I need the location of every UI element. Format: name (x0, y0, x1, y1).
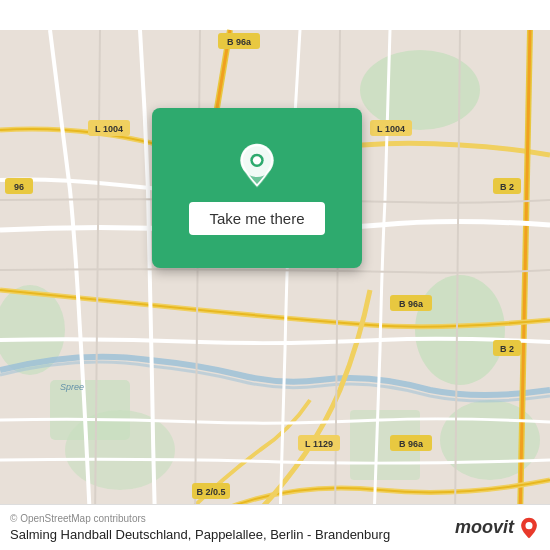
svg-text:B 96a: B 96a (399, 299, 424, 309)
map-container: B 96a B 96a B 96a L 1004 L 1004 B 2 B 2 … (0, 0, 550, 550)
svg-text:L 1004: L 1004 (95, 124, 123, 134)
moovit-logo: moovit (455, 517, 540, 539)
svg-text:B 2: B 2 (500, 344, 514, 354)
location-name-text: Salming Handball Deutschland, Pappelalle… (10, 527, 390, 542)
location-card: Take me there (152, 108, 362, 268)
svg-text:L 1129: L 1129 (305, 439, 333, 449)
svg-point-2 (415, 275, 505, 385)
svg-text:B 96a: B 96a (399, 439, 424, 449)
location-pin-icon (232, 142, 282, 192)
svg-point-36 (525, 522, 532, 529)
map-background: B 96a B 96a B 96a L 1004 L 1004 B 2 B 2 … (0, 0, 550, 550)
svg-text:B 2/0.5: B 2/0.5 (196, 487, 225, 497)
svg-text:B 96a: B 96a (227, 37, 252, 47)
svg-point-35 (253, 156, 261, 164)
moovit-text: moovit (455, 517, 514, 538)
info-bar: © OpenStreetMap contributors Salming Han… (0, 504, 550, 550)
svg-point-1 (360, 50, 480, 130)
info-text-block: © OpenStreetMap contributors Salming Han… (10, 513, 390, 542)
svg-text:96: 96 (14, 182, 24, 192)
take-me-there-button[interactable]: Take me there (189, 202, 324, 235)
copyright-text: © OpenStreetMap contributors (10, 513, 390, 524)
svg-text:Spree: Spree (60, 382, 84, 392)
svg-text:L 1004: L 1004 (377, 124, 405, 134)
svg-text:B 2: B 2 (500, 182, 514, 192)
moovit-pin-icon (518, 517, 540, 539)
